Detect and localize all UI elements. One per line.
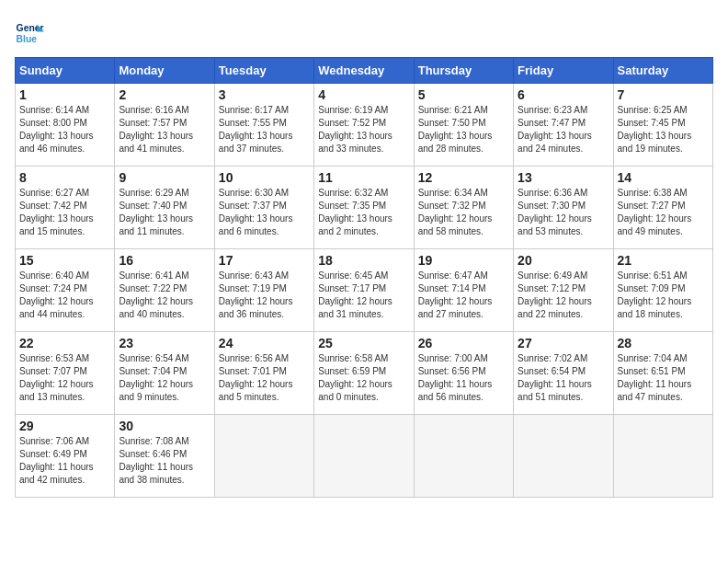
calendar-cell: 15 Sunrise: 6:40 AM Sunset: 7:24 PM Dayl… — [16, 249, 115, 332]
cell-info: Sunrise: 7:08 AM Sunset: 6:46 PM Dayligh… — [119, 435, 210, 487]
cell-info: Sunrise: 7:00 AM Sunset: 6:56 PM Dayligh… — [418, 352, 509, 404]
week-row-1: 1 Sunrise: 6:14 AM Sunset: 8:00 PM Dayli… — [16, 84, 713, 167]
calendar-cell: 8 Sunrise: 6:27 AM Sunset: 7:42 PM Dayli… — [16, 167, 115, 249]
day-number: 5 — [418, 87, 509, 102]
calendar-cell: 5 Sunrise: 6:21 AM Sunset: 7:50 PM Dayli… — [414, 84, 513, 167]
calendar-cell: 21 Sunrise: 6:51 AM Sunset: 7:09 PM Dayl… — [613, 249, 712, 332]
calendar-cell: 27 Sunrise: 7:02 AM Sunset: 6:54 PM Dayl… — [514, 332, 613, 415]
week-row-3: 15 Sunrise: 6:40 AM Sunset: 7:24 PM Dayl… — [16, 249, 713, 332]
calendar-cell: 16 Sunrise: 6:41 AM Sunset: 7:22 PM Dayl… — [115, 249, 214, 332]
day-number: 1 — [19, 87, 110, 102]
day-number: 3 — [219, 87, 310, 102]
cell-info: Sunrise: 6:21 AM Sunset: 7:50 PM Dayligh… — [418, 104, 509, 155]
column-header-sunday: Sunday — [16, 58, 115, 84]
calendar-cell: 20 Sunrise: 6:49 AM Sunset: 7:12 PM Dayl… — [514, 249, 613, 332]
day-number: 9 — [119, 170, 210, 185]
calendar-cell — [314, 415, 414, 498]
cell-info: Sunrise: 6:43 AM Sunset: 7:19 PM Dayligh… — [219, 270, 310, 321]
day-number: 18 — [318, 253, 409, 268]
day-number: 16 — [119, 253, 210, 268]
calendar-cell: 26 Sunrise: 7:00 AM Sunset: 6:56 PM Dayl… — [414, 332, 513, 415]
cell-info: Sunrise: 6:14 AM Sunset: 8:00 PM Dayligh… — [19, 104, 110, 155]
cell-info: Sunrise: 6:41 AM Sunset: 7:22 PM Dayligh… — [119, 270, 210, 321]
day-number: 2 — [119, 87, 210, 102]
logo-icon: General Blue — [15, 18, 44, 48]
day-number: 12 — [418, 170, 509, 185]
day-number: 24 — [219, 336, 310, 350]
cell-info: Sunrise: 6:17 AM Sunset: 7:55 PM Dayligh… — [219, 104, 310, 155]
day-number: 25 — [318, 336, 409, 350]
calendar-cell: 13 Sunrise: 6:36 AM Sunset: 7:30 PM Dayl… — [514, 167, 613, 249]
cell-info: Sunrise: 6:49 AM Sunset: 7:12 PM Dayligh… — [518, 270, 609, 321]
day-number: 4 — [318, 87, 409, 102]
day-number: 27 — [518, 336, 609, 350]
week-row-4: 22 Sunrise: 6:53 AM Sunset: 7:07 PM Dayl… — [16, 332, 713, 415]
column-header-tuesday: Tuesday — [214, 58, 313, 84]
column-header-thursday: Thursday — [414, 58, 513, 84]
cell-info: Sunrise: 7:06 AM Sunset: 6:49 PM Dayligh… — [19, 435, 110, 487]
cell-info: Sunrise: 6:40 AM Sunset: 7:24 PM Dayligh… — [19, 270, 110, 321]
calendar-cell: 29 Sunrise: 7:06 AM Sunset: 6:49 PM Dayl… — [16, 415, 115, 498]
calendar-cell: 3 Sunrise: 6:17 AM Sunset: 7:55 PM Dayli… — [214, 84, 313, 167]
calendar-cell — [613, 415, 712, 498]
cell-info: Sunrise: 6:45 AM Sunset: 7:17 PM Dayligh… — [318, 270, 409, 321]
calendar-cell: 9 Sunrise: 6:29 AM Sunset: 7:40 PM Dayli… — [115, 167, 214, 249]
calendar-cell — [414, 415, 513, 498]
cell-info: Sunrise: 6:32 AM Sunset: 7:35 PM Dayligh… — [318, 187, 409, 238]
calendar-cell — [214, 415, 313, 498]
calendar-body: 1 Sunrise: 6:14 AM Sunset: 8:00 PM Dayli… — [16, 84, 713, 498]
cell-info: Sunrise: 6:29 AM Sunset: 7:40 PM Dayligh… — [119, 187, 210, 238]
calendar-cell: 22 Sunrise: 6:53 AM Sunset: 7:07 PM Dayl… — [16, 332, 115, 415]
calendar-cell: 1 Sunrise: 6:14 AM Sunset: 8:00 PM Dayli… — [16, 84, 115, 167]
cell-info: Sunrise: 6:30 AM Sunset: 7:37 PM Dayligh… — [219, 187, 310, 238]
cell-info: Sunrise: 6:16 AM Sunset: 7:57 PM Dayligh… — [119, 104, 210, 155]
cell-info: Sunrise: 6:23 AM Sunset: 7:47 PM Dayligh… — [518, 104, 609, 155]
cell-info: Sunrise: 6:36 AM Sunset: 7:30 PM Dayligh… — [518, 187, 609, 238]
calendar-cell: 14 Sunrise: 6:38 AM Sunset: 7:27 PM Dayl… — [613, 167, 712, 249]
day-number: 8 — [19, 170, 110, 185]
calendar-cell: 18 Sunrise: 6:45 AM Sunset: 7:17 PM Dayl… — [314, 249, 414, 332]
day-number: 13 — [518, 170, 609, 185]
calendar-cell: 4 Sunrise: 6:19 AM Sunset: 7:52 PM Dayli… — [314, 84, 414, 167]
cell-info: Sunrise: 6:25 AM Sunset: 7:45 PM Dayligh… — [618, 104, 709, 155]
column-header-wednesday: Wednesday — [314, 58, 414, 84]
svg-text:Blue: Blue — [17, 34, 38, 44]
day-number: 29 — [19, 419, 110, 433]
calendar-cell — [514, 415, 613, 498]
day-number: 21 — [618, 253, 709, 268]
day-number: 30 — [119, 419, 210, 433]
column-header-monday: Monday — [115, 58, 214, 84]
calendar-cell: 6 Sunrise: 6:23 AM Sunset: 7:47 PM Dayli… — [514, 84, 613, 167]
column-header-saturday: Saturday — [613, 58, 712, 84]
calendar-cell: 2 Sunrise: 6:16 AM Sunset: 7:57 PM Dayli… — [115, 84, 214, 167]
day-number: 28 — [618, 336, 709, 350]
day-number: 14 — [618, 170, 709, 185]
calendar-cell: 17 Sunrise: 6:43 AM Sunset: 7:19 PM Dayl… — [214, 249, 313, 332]
calendar-cell: 23 Sunrise: 6:54 AM Sunset: 7:04 PM Dayl… — [115, 332, 214, 415]
cell-info: Sunrise: 6:51 AM Sunset: 7:09 PM Dayligh… — [618, 270, 709, 321]
logo: General Blue — [15, 18, 48, 48]
day-number: 20 — [518, 253, 609, 268]
day-number: 11 — [318, 170, 409, 185]
cell-info: Sunrise: 6:54 AM Sunset: 7:04 PM Dayligh… — [119, 352, 210, 404]
day-number: 22 — [19, 336, 110, 350]
cell-info: Sunrise: 6:53 AM Sunset: 7:07 PM Dayligh… — [19, 352, 110, 404]
column-headers-row: SundayMondayTuesdayWednesdayThursdayFrid… — [16, 58, 713, 84]
cell-info: Sunrise: 6:47 AM Sunset: 7:14 PM Dayligh… — [418, 270, 509, 321]
cell-info: Sunrise: 7:02 AM Sunset: 6:54 PM Dayligh… — [518, 352, 609, 404]
calendar-cell: 19 Sunrise: 6:47 AM Sunset: 7:14 PM Dayl… — [414, 249, 513, 332]
day-number: 7 — [618, 87, 709, 102]
cell-info: Sunrise: 7:04 AM Sunset: 6:51 PM Dayligh… — [618, 352, 709, 404]
week-row-2: 8 Sunrise: 6:27 AM Sunset: 7:42 PM Dayli… — [16, 167, 713, 249]
calendar-cell: 30 Sunrise: 7:08 AM Sunset: 6:46 PM Dayl… — [115, 415, 214, 498]
cell-info: Sunrise: 6:56 AM Sunset: 7:01 PM Dayligh… — [219, 352, 310, 404]
cell-info: Sunrise: 6:34 AM Sunset: 7:32 PM Dayligh… — [418, 187, 509, 238]
calendar-cell: 25 Sunrise: 6:58 AM Sunset: 6:59 PM Dayl… — [314, 332, 414, 415]
calendar-cell: 7 Sunrise: 6:25 AM Sunset: 7:45 PM Dayli… — [613, 84, 712, 167]
page-header: General Blue — [15, 15, 713, 48]
day-number: 17 — [219, 253, 310, 268]
calendar-cell: 10 Sunrise: 6:30 AM Sunset: 7:37 PM Dayl… — [214, 167, 313, 249]
cell-info: Sunrise: 6:19 AM Sunset: 7:52 PM Dayligh… — [318, 104, 409, 155]
day-number: 26 — [418, 336, 509, 350]
day-number: 19 — [418, 253, 509, 268]
